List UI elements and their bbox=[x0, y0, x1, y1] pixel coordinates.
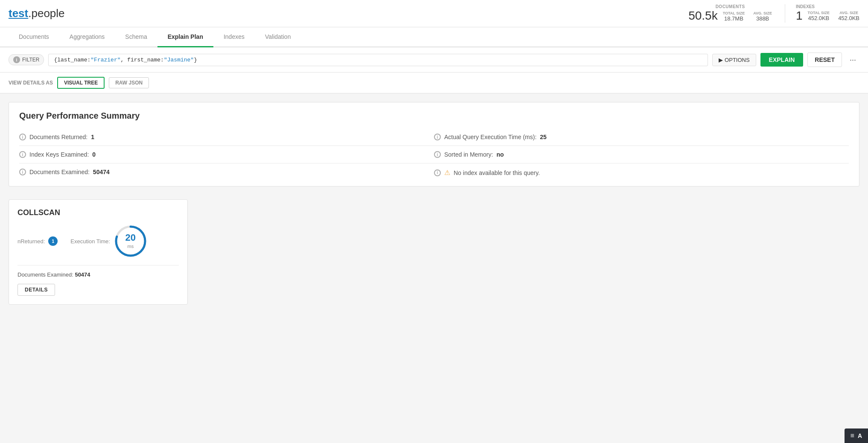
docs-returned-row: i Documents Returned: 1 bbox=[19, 128, 434, 146]
exec-time-circle-value: 20 bbox=[125, 233, 136, 242]
docs-examined-info-icon: i bbox=[19, 169, 26, 175]
filter-input-prefix: {last_name: bbox=[54, 57, 90, 63]
collscan-title: COLLSCAN bbox=[17, 208, 179, 217]
indexes-label: INDEXES bbox=[796, 4, 859, 9]
menu-icon: ≡ bbox=[851, 432, 854, 440]
title-people: people bbox=[31, 7, 64, 20]
view-toggle-bar: VIEW DETAILS AS VISUAL TREE RAW JSON bbox=[0, 73, 868, 93]
visual-tree-section: COLLSCAN nReturned: 1 Execution Time: 20 bbox=[9, 195, 859, 309]
n-returned-label: nReturned: bbox=[17, 238, 45, 245]
execution-time-circle: 20 ms bbox=[114, 224, 148, 258]
reset-button[interactable]: RESET bbox=[807, 52, 842, 67]
docs-returned-info-icon: i bbox=[19, 134, 26, 140]
summary-section: Query Performance Summary i Documents Re… bbox=[9, 102, 859, 187]
exec-time-field: Execution Time: 20 ms bbox=[70, 224, 148, 258]
docs-examined-value: 50474 bbox=[93, 169, 110, 175]
documents-value: 50.5k bbox=[688, 9, 718, 23]
index-keys-value: 0 bbox=[92, 151, 96, 158]
tab-documents[interactable]: Documents bbox=[9, 27, 59, 47]
title-dot: . bbox=[28, 7, 31, 20]
filter-input[interactable] bbox=[197, 57, 703, 63]
filter-string2: "Jasmine" bbox=[164, 57, 194, 63]
documents-label: DOCUMENTS bbox=[688, 4, 772, 9]
filter-info-icon: i bbox=[13, 56, 20, 63]
avg-size-label: AVG. SIZE bbox=[753, 11, 772, 15]
sorted-memory-info-icon: i bbox=[434, 151, 441, 158]
card-divider bbox=[17, 265, 179, 265]
filter-badge[interactable]: i FILTER bbox=[9, 54, 44, 65]
tab-indexes[interactable]: Indexes bbox=[213, 27, 255, 47]
filter-input-mid: , first_name: bbox=[121, 57, 164, 63]
indexes-total-size-value: 452.0KB bbox=[808, 15, 830, 21]
exec-time-info-icon: i bbox=[434, 134, 441, 140]
n-returned-badge: 1 bbox=[48, 236, 58, 246]
total-size-value: 18.7MB bbox=[723, 15, 745, 22]
summary-title: Query Performance Summary bbox=[19, 111, 849, 121]
summary-grid: i Documents Returned: 1 i Index Keys Exa… bbox=[19, 128, 849, 182]
documents-sub: TOTAL SIZE 18.7MB AVG. SIZE 388B bbox=[723, 11, 772, 22]
tab-bar: Documents Aggregations Schema Explain Pl… bbox=[0, 27, 868, 47]
avg-size-value: 388B bbox=[753, 15, 772, 22]
filter-input-suffix: } bbox=[194, 57, 197, 63]
filter-string1: "Frazier" bbox=[90, 57, 120, 63]
explain-button[interactable]: EXPLAIN bbox=[760, 53, 804, 67]
exec-time-label: Actual Query Execution Time (ms): bbox=[444, 134, 536, 140]
docs-returned-value: 1 bbox=[91, 134, 94, 140]
collscan-stats-row: nReturned: 1 Execution Time: 20 ms bbox=[17, 224, 179, 258]
details-button[interactable]: DETAILS bbox=[17, 284, 55, 296]
exec-time-circle-unit: ms bbox=[127, 244, 134, 249]
index-keys-row: i Index Keys Examined: 0 bbox=[19, 146, 434, 163]
indexes-sub: TOTAL SIZE 452.0KB AVG. SIZE 452.0KB bbox=[808, 11, 859, 21]
title-test[interactable]: test bbox=[9, 7, 28, 20]
filter-badge-label: FILTER bbox=[22, 57, 39, 63]
tab-explain-plan[interactable]: Explain Plan bbox=[157, 27, 213, 47]
filter-bar: i FILTER {last_name: "Frazier" , first_n… bbox=[0, 47, 868, 73]
view-details-label: VIEW DETAILS AS bbox=[9, 80, 53, 86]
docs-examined-label: Documents Examined: bbox=[29, 169, 90, 175]
n-returned-field: nReturned: 1 bbox=[17, 236, 58, 246]
app-header: test . people DOCUMENTS 50.5k TOTAL SIZE… bbox=[0, 0, 868, 27]
visual-tree-button[interactable]: VISUAL TREE bbox=[57, 77, 105, 89]
no-index-text: No index available for this query. bbox=[454, 169, 540, 176]
documents-stat: DOCUMENTS 50.5k TOTAL SIZE 18.7MB AVG. S… bbox=[688, 4, 772, 23]
tab-validation[interactable]: Validation bbox=[255, 27, 301, 47]
exec-time-row: i Actual Query Execution Time (ms): 25 bbox=[434, 128, 849, 146]
indexes-avg-size-label: AVG. SIZE bbox=[838, 11, 859, 15]
raw-json-button[interactable]: RAW JSON bbox=[109, 77, 149, 88]
tab-schema[interactable]: Schema bbox=[115, 27, 157, 47]
exec-time-value: 25 bbox=[540, 134, 547, 140]
sorted-memory-value: no bbox=[496, 151, 504, 158]
exec-time-card-label: Execution Time: bbox=[70, 238, 110, 245]
indexes-stat: INDEXES 1 TOTAL SIZE 452.0KB AVG. SIZE 4… bbox=[785, 4, 859, 23]
collection-title: test . people bbox=[9, 7, 65, 20]
docs-examined-row: i Documents Examined: 50474 bbox=[19, 163, 434, 181]
options-button[interactable]: ▶ OPTIONS bbox=[712, 54, 756, 66]
no-index-row: i ⚠ No index available for this query. bbox=[434, 163, 849, 182]
docs-returned-label: Documents Returned: bbox=[29, 134, 87, 140]
docs-examined-card-label: Documents Examined: bbox=[17, 271, 73, 278]
no-index-info-icon: i bbox=[434, 169, 441, 176]
main-content: Query Performance Summary i Documents Re… bbox=[0, 93, 868, 443]
header-stats: DOCUMENTS 50.5k TOTAL SIZE 18.7MB AVG. S… bbox=[688, 4, 859, 23]
more-button[interactable]: ··· bbox=[846, 54, 859, 66]
collscan-docs-examined: Documents Examined: 50474 bbox=[17, 271, 179, 278]
sorted-memory-label: Sorted in Memory: bbox=[444, 151, 493, 158]
warning-icon: ⚠ bbox=[444, 169, 450, 177]
total-size-label: TOTAL SIZE bbox=[723, 11, 745, 15]
index-keys-label: Index Keys Examined: bbox=[29, 151, 89, 158]
sorted-memory-row: i Sorted in Memory: no bbox=[434, 146, 849, 163]
bottom-bar[interactable]: ≡ A bbox=[845, 428, 868, 443]
collscan-card: COLLSCAN nReturned: 1 Execution Time: 20 bbox=[9, 199, 188, 305]
indexes-count: 1 bbox=[796, 9, 803, 23]
docs-examined-card-value: 50474 bbox=[75, 271, 90, 278]
index-keys-info-icon: i bbox=[19, 151, 26, 158]
bottom-bar-text: A bbox=[858, 432, 862, 439]
tab-aggregations[interactable]: Aggregations bbox=[59, 27, 115, 47]
indexes-avg-size-value: 452.0KB bbox=[838, 15, 859, 21]
indexes-total-size-label: TOTAL SIZE bbox=[808, 11, 830, 15]
